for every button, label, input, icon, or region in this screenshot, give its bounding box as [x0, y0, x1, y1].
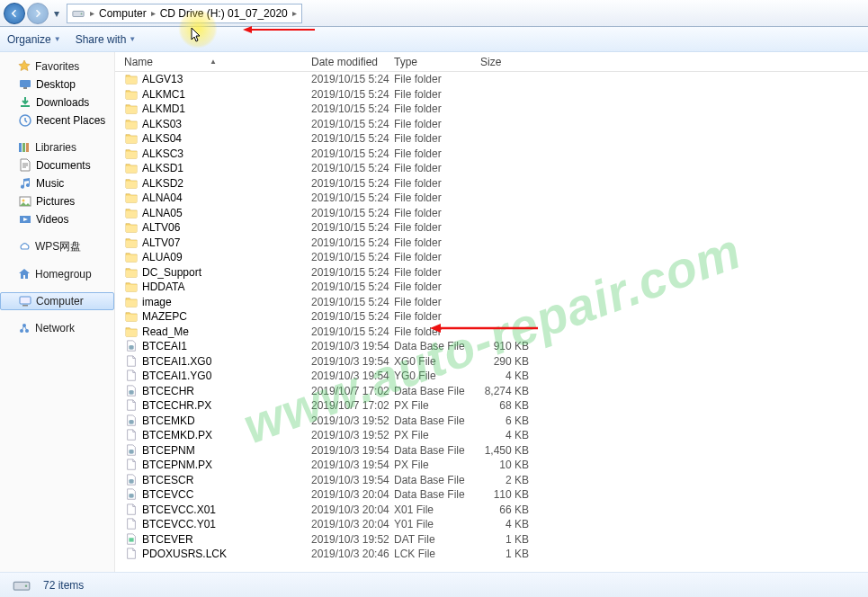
file-date: 2019/10/15 5:24	[311, 118, 394, 130]
file-name: ALUA09	[142, 251, 183, 263]
file-row[interactable]: ALGV132019/10/15 5:24File folder	[124, 72, 868, 87]
folder-icon	[124, 221, 139, 234]
sidebar-item-label: Desktop	[36, 78, 76, 91]
sidebar-homegroup[interactable]: Homegroup	[0, 265, 114, 283]
file-row[interactable]: BTCEVCC2019/10/3 20:04Data Base File110 …	[124, 487, 868, 503]
sidebar-network[interactable]: Network	[0, 319, 114, 337]
download-icon	[18, 95, 32, 110]
file-row[interactable]: BTCECHR2019/10/7 17:02Data Base File8,27…	[124, 384, 868, 399]
file-type: File folder	[394, 162, 480, 174]
file-row[interactable]: ALNA052019/10/15 5:24File folder	[124, 206, 868, 221]
file-row[interactable]: ALKS032019/10/15 5:24File folder	[124, 117, 868, 132]
file-type: DAT File	[394, 533, 480, 546]
file-type: X01 File	[394, 503, 480, 516]
column-size[interactable]: Size	[480, 56, 543, 68]
file-row[interactable]: ALNA042019/10/15 5:24File folder	[124, 191, 868, 206]
file-row[interactable]: ALKSD12019/10/15 5:24File folder	[124, 161, 868, 176]
file-icon	[124, 355, 139, 368]
crumb-arrow[interactable]: ▸	[148, 8, 158, 18]
file-row[interactable]: BTCESCR2019/10/3 19:54Data Base File2 KB	[124, 473, 868, 488]
column-type[interactable]: Type	[394, 56, 480, 68]
file-row[interactable]: BTCEAI12019/10/3 19:54Data Base File910 …	[124, 339, 868, 354]
breadcrumb-bar[interactable]: ▸ Computer ▸ CD Drive (H:) 01_07_2020 ▸	[67, 4, 302, 23]
file-type: File folder	[394, 236, 480, 249]
sidebar-item-videos[interactable]: Videos	[0, 210, 114, 228]
file-name: BTCEPNM.PX	[142, 459, 212, 471]
file-size: 68 KB	[480, 399, 543, 412]
file-row[interactable]: BTCEVCC.Y012019/10/3 20:04Y01 File4 KB	[124, 517, 868, 532]
forward-button[interactable]	[27, 3, 49, 24]
crumb-computer[interactable]: Computer	[97, 7, 148, 20]
sidebar-favorites[interactable]: Favorites	[0, 58, 114, 76]
file-row[interactable]: Read_Me2019/10/15 5:24File folder	[124, 325, 868, 340]
crumb-drive[interactable]: CD Drive (H:) 01_07_2020	[158, 7, 290, 20]
file-type: File folder	[394, 221, 480, 234]
file-row[interactable]: ALTV062019/10/15 5:24File folder	[124, 220, 868, 236]
file-row[interactable]: ALKMD12019/10/15 5:24File folder	[124, 102, 868, 117]
column-date[interactable]: Date modified	[311, 56, 394, 68]
network-icon	[17, 321, 31, 335]
file-row[interactable]: DC_Support2019/10/15 5:24File folder	[124, 265, 868, 281]
file-row[interactable]: ALUA092019/10/15 5:24File folder	[124, 250, 868, 265]
file-row[interactable]: BTCEMKD2019/10/3 19:52Data Base File6 KB	[124, 414, 868, 429]
file-row[interactable]: ALKSC32019/10/15 5:24File folder	[124, 147, 868, 162]
crumb-arrow[interactable]: ▸	[290, 8, 300, 18]
share-button[interactable]: Share with▼	[76, 33, 137, 46]
dropdown-icon: ▼	[129, 35, 136, 43]
sidebar-item-music[interactable]: Music	[0, 174, 114, 192]
dropdown-icon: ▼	[54, 35, 61, 43]
sidebar-item-documents[interactable]: Documents	[0, 156, 114, 174]
status-count: 72 items	[43, 579, 84, 592]
organize-button[interactable]: Organize▼	[7, 33, 61, 46]
sidebar-wps[interactable]: WPS网盘	[0, 237, 114, 256]
sidebar-item-recent[interactable]: Recent Places	[0, 111, 114, 129]
file-row[interactable]: image2019/10/15 5:24File folder	[124, 295, 868, 310]
file-date: 2019/10/3 20:46	[311, 548, 394, 560]
status-bar: 72 items	[0, 572, 868, 597]
file-row[interactable]: BTCEAI1.YG02019/10/3 19:54YG0 File4 KB	[124, 369, 868, 384]
pictures-icon	[18, 194, 32, 209]
file-row[interactable]: BTCEPNM.PX2019/10/3 19:54PX File10 KB	[124, 458, 868, 473]
file-size: 4 KB	[480, 518, 543, 530]
folder-icon	[124, 118, 139, 130]
file-row[interactable]: ALTV072019/10/15 5:24File folder	[124, 236, 868, 251]
crumb-arrow[interactable]: ▸	[87, 8, 97, 18]
file-row[interactable]: BTCEVER2019/10/3 19:52DAT File1 KB	[124, 532, 868, 548]
file-date: 2019/10/15 5:24	[311, 251, 394, 263]
file-size: 6 KB	[480, 414, 543, 427]
sidebar-libraries[interactable]: Libraries	[0, 138, 114, 156]
file-size: 8,274 KB	[480, 385, 543, 397]
file-row[interactable]: BTCEAI1.XG02019/10/3 19:54XG0 File290 KB	[124, 354, 868, 370]
back-button[interactable]	[4, 3, 25, 24]
file-type: File folder	[394, 102, 480, 115]
file-row[interactable]: ALKS042019/10/15 5:24File folder	[124, 131, 868, 147]
file-name: ALNA04	[142, 192, 183, 204]
column-name[interactable]: Name ▲	[124, 56, 311, 68]
file-type: XG0 File	[394, 355, 480, 368]
file-row[interactable]: BTCEPNM2019/10/3 19:54Data Base File1,45…	[124, 443, 868, 459]
sidebar-computer[interactable]: Computer	[0, 292, 114, 310]
file-row[interactable]: ALKSD22019/10/15 5:24File folder	[124, 176, 868, 192]
star-icon	[17, 59, 31, 74]
file-row[interactable]: HDDATA2019/10/15 5:24File folder	[124, 280, 868, 295]
file-type: YG0 File	[394, 370, 480, 382]
sidebar-item-desktop[interactable]: Desktop	[0, 76, 114, 94]
file-row[interactable]: BTCECHR.PX2019/10/7 17:02PX File68 KB	[124, 398, 868, 414]
file-row[interactable]: ALKMC12019/10/15 5:24File folder	[124, 87, 868, 102]
sidebar-item-downloads[interactable]: Downloads	[0, 94, 114, 111]
file-icon	[124, 459, 139, 471]
sidebar-item-label: Documents	[36, 159, 91, 172]
sidebar-item-label: Music	[36, 177, 64, 190]
folder-icon	[124, 132, 139, 145]
file-row[interactable]: BTCEVCC.X012019/10/3 20:04X01 File66 KB	[124, 503, 868, 518]
file-size: 4 KB	[480, 370, 543, 382]
file-row[interactable]: PDOXUSRS.LCK2019/10/3 20:46LCK File1 KB	[124, 547, 868, 562]
file-name: BTCESCR	[142, 474, 193, 486]
folder-icon	[124, 325, 139, 338]
file-row[interactable]: BTCEMKD.PX2019/10/3 19:52PX File4 KB	[124, 428, 868, 443]
history-dropdown[interactable]: ▾	[50, 3, 63, 24]
file-type: File folder	[394, 147, 480, 160]
file-date: 2019/10/15 5:24	[311, 132, 394, 145]
file-row[interactable]: MAZEPC2019/10/15 5:24File folder	[124, 309, 868, 325]
sidebar-item-pictures[interactable]: Pictures	[0, 192, 114, 210]
